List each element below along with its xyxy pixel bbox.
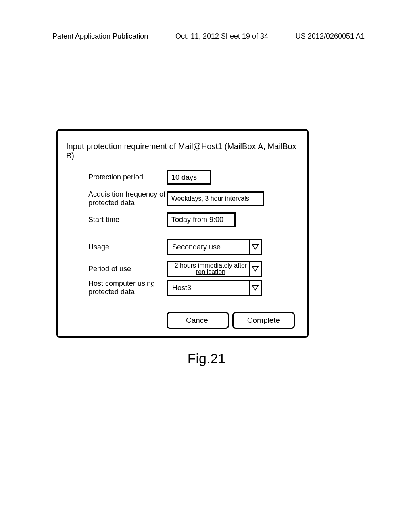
cancel-button[interactable]: Cancel: [167, 312, 229, 329]
header-center: Oct. 11, 2012 Sheet 19 of 34: [175, 32, 268, 41]
figure-caption: Fig.21: [0, 351, 413, 366]
row-period-of-use: Period of use 2 hours immediately after …: [88, 261, 307, 277]
label-period-of-use: Period of use: [88, 265, 167, 274]
chevron-down-icon: [249, 262, 261, 276]
input-start-time[interactable]: Today from 9:00: [167, 212, 236, 227]
button-row: Cancel Complete: [58, 302, 307, 336]
label-usage: Usage: [88, 243, 167, 252]
dialog-title: Input protection requirement of Mail@Hos…: [58, 131, 307, 170]
row-acquisition-frequency: Acquisition frequency of protected data …: [88, 190, 307, 207]
label-host-using: Host computer using protected data: [88, 279, 167, 296]
dropdown-usage-value: Secondary use: [172, 243, 249, 251]
input-acquisition-frequency[interactable]: Weekdays, 3 hour intervals: [167, 191, 264, 206]
dropdown-period-of-use-value: 2 hours immediately after replication: [172, 262, 249, 276]
label-protection-period: Protection period: [88, 173, 167, 182]
dropdown-usage[interactable]: Secondary use: [167, 239, 262, 255]
input-protection-period[interactable]: 10 days: [167, 170, 211, 185]
row-start-time: Start time Today from 9:00: [88, 212, 307, 227]
chevron-down-icon: [249, 281, 261, 295]
protection-requirement-dialog: Input protection requirement of Mail@Hos…: [56, 129, 309, 338]
row-host-using: Host computer using protected data Host3: [88, 279, 307, 296]
label-acquisition-frequency: Acquisition frequency of protected data: [88, 190, 167, 207]
row-protection-period: Protection period 10 days: [88, 170, 307, 185]
dropdown-host-using-value: Host3: [172, 284, 249, 292]
complete-button[interactable]: Complete: [232, 312, 295, 329]
chevron-down-icon: [249, 240, 261, 254]
dropdown-host-using[interactable]: Host3: [167, 280, 262, 296]
header-right: US 2012/0260051 A1: [296, 32, 365, 41]
form-area: Protection period 10 days Acquisition fr…: [58, 170, 307, 296]
header-left: Patent Application Publication: [52, 32, 148, 41]
page-header: Patent Application Publication Oct. 11, …: [0, 32, 413, 41]
label-start-time: Start time: [88, 216, 167, 224]
row-usage: Usage Secondary use: [88, 239, 307, 255]
dropdown-period-of-use[interactable]: 2 hours immediately after replication: [167, 261, 262, 277]
